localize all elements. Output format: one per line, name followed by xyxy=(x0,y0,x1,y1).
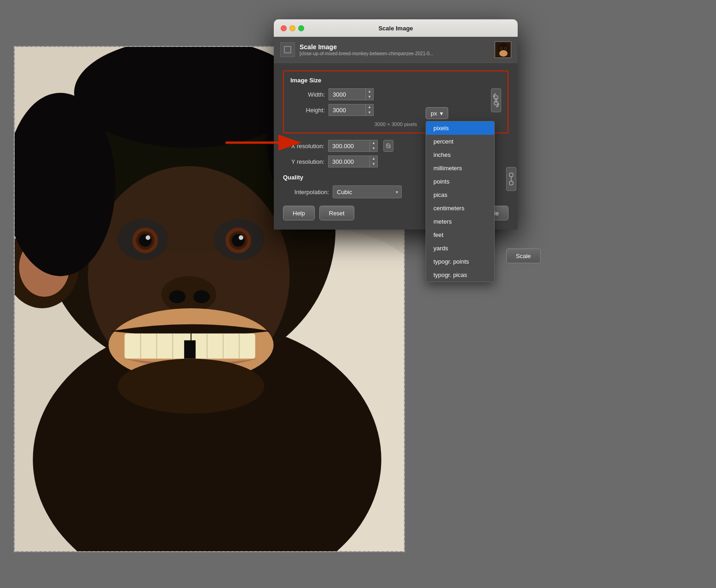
unit-option-centimeters[interactable]: centimeters xyxy=(426,202,494,215)
height-spin-up[interactable]: ▲ xyxy=(366,104,373,110)
dialog-thumbnail xyxy=(495,41,511,58)
x-resolution-chain[interactable] xyxy=(383,140,393,152)
dialog-titlebar: Scale Image xyxy=(274,19,518,37)
traffic-lights xyxy=(281,25,304,31)
height-row: Height: ▲ ▼ xyxy=(290,104,486,116)
close-button[interactable] xyxy=(281,25,287,31)
y-resolution-label: Y resolution: xyxy=(283,158,324,165)
unit-px-button[interactable]: px ▾ xyxy=(426,107,448,119)
unit-option-millimeters[interactable]: millimeters xyxy=(426,161,494,175)
width-input[interactable] xyxy=(329,88,365,100)
dialog-subheader: Scale Image [close-up-of-mixed-breed-mon… xyxy=(274,37,518,63)
width-input-group: ▲ ▼ xyxy=(329,88,374,100)
width-spin-up[interactable]: ▲ xyxy=(366,89,373,94)
y-res-spin-down[interactable]: ▼ xyxy=(370,161,377,167)
x-resolution-input[interactable] xyxy=(328,140,370,152)
dialog-subtitle: Scale Image xyxy=(300,43,433,51)
unit-option-meters[interactable]: meters xyxy=(426,215,494,228)
svg-rect-49 xyxy=(509,181,513,185)
svg-rect-30 xyxy=(184,340,196,359)
svg-point-12 xyxy=(139,234,152,247)
unit-option-picas[interactable]: picas xyxy=(426,188,494,202)
annotation-arrow xyxy=(221,129,313,158)
image-size-title: Image Size xyxy=(290,77,501,84)
height-spinner: ▲ ▼ xyxy=(365,104,374,116)
width-row: Width: ▲ ▼ xyxy=(290,88,486,100)
unit-dropdown-container: px ▾ pixels percent inches millimeters p… xyxy=(426,107,448,119)
svg-point-16 xyxy=(232,234,245,247)
minimize-button[interactable] xyxy=(289,25,295,31)
svg-rect-48 xyxy=(509,173,513,177)
help-button[interactable]: Help xyxy=(283,206,315,220)
interpolation-label: Interpolation: xyxy=(283,189,329,196)
x-resolution-input-group: ▲ ▼ xyxy=(328,140,378,152)
interpolation-select[interactable]: None Linear Cubic Nohalo LoHalo xyxy=(333,185,402,198)
height-input[interactable] xyxy=(329,104,365,116)
dialog-subheader-text: Scale Image [close-up-of-mixed-breed-mon… xyxy=(300,43,433,56)
svg-rect-46 xyxy=(387,144,390,146)
width-label: Width: xyxy=(290,91,325,98)
svg-rect-38 xyxy=(285,47,290,52)
unit-option-pixels[interactable]: pixels xyxy=(426,121,494,135)
height-spin-down[interactable]: ▼ xyxy=(366,110,373,115)
dialog-filename: [close-up-of-mixed-breed-monkey-between-… xyxy=(300,51,433,56)
scale-btn-right[interactable]: Scale xyxy=(506,248,541,263)
chain-link-button[interactable] xyxy=(491,88,501,112)
x-res-spin-down[interactable]: ▼ xyxy=(370,146,377,151)
width-spinner: ▲ ▼ xyxy=(365,88,374,100)
svg-point-19 xyxy=(169,290,185,303)
svg-rect-47 xyxy=(387,146,390,148)
unit-option-typogr-points[interactable]: typogr. points xyxy=(426,255,494,268)
reset-button[interactable]: Reset xyxy=(319,206,354,220)
scale-button-right[interactable]: Scale xyxy=(506,248,541,263)
unit-option-inches[interactable]: inches xyxy=(426,148,494,161)
resolution-chain-link[interactable] xyxy=(506,167,516,191)
interpolation-wrapper: None Linear Cubic Nohalo LoHalo ▾ xyxy=(333,185,402,198)
svg-point-42 xyxy=(504,46,508,50)
svg-point-41 xyxy=(499,46,503,50)
height-input-group: ▲ ▼ xyxy=(329,104,374,116)
unit-arrow-icon: ▾ xyxy=(440,110,443,117)
width-spin-down[interactable]: ▼ xyxy=(366,94,373,100)
unit-option-percent[interactable]: percent xyxy=(426,135,494,148)
svg-point-20 xyxy=(193,290,210,303)
y-resolution-input[interactable] xyxy=(328,156,370,167)
dialog-title: Scale Image xyxy=(378,25,413,32)
unit-option-feet[interactable]: feet xyxy=(426,228,494,242)
height-label: Height: xyxy=(290,107,325,114)
dialog-icon xyxy=(280,42,295,57)
y-resolution-spinner: ▲ ▼ xyxy=(370,156,378,167)
y-res-spin-up[interactable]: ▲ xyxy=(370,156,377,161)
unit-option-typogr-picas[interactable]: typogr. picas xyxy=(426,268,494,282)
x-res-spin-up[interactable]: ▲ xyxy=(370,140,377,146)
y-resolution-input-group: ▲ ▼ xyxy=(328,156,378,167)
unit-dropdown-menu: pixels percent inches millimeters points… xyxy=(426,121,495,282)
svg-point-43 xyxy=(499,50,508,57)
x-resolution-spinner: ▲ ▼ xyxy=(370,140,378,152)
maximize-button[interactable] xyxy=(298,25,304,31)
unit-option-points[interactable]: points xyxy=(426,175,494,188)
unit-option-yards[interactable]: yards xyxy=(426,242,494,255)
svg-point-13 xyxy=(146,236,150,240)
svg-point-31 xyxy=(118,359,265,414)
svg-point-17 xyxy=(239,236,243,240)
unit-current-value: px xyxy=(431,110,437,117)
